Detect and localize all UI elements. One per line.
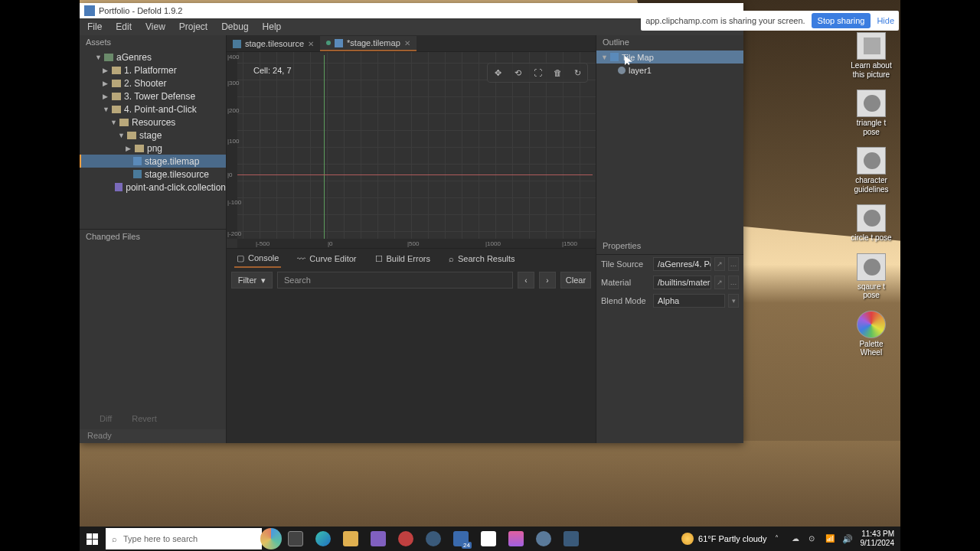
app-icon-paint[interactable]	[475, 527, 502, 551]
task-view-icon[interactable]	[282, 527, 309, 551]
tree-file-tilemap[interactable]: stage.tilemap	[80, 155, 226, 168]
search-highlights-icon[interactable]	[260, 528, 282, 549]
tab-search-results[interactable]: ⌕Search Results	[446, 251, 518, 266]
refresh-tool-icon[interactable]: ↻	[572, 67, 583, 78]
desktop-icon-char[interactable]: character guidelines	[850, 147, 893, 194]
close-tab-icon[interactable]: ✕	[308, 40, 314, 48]
desktop-icon-triangle[interactable]: triangle t pose	[850, 90, 893, 136]
menu-view[interactable]: View	[145, 21, 165, 32]
menu-edit[interactable]: Edit	[116, 21, 132, 32]
scene-viewport[interactable]: |400 |300 |200 |100 |0 |-100 |-200 |-500…	[227, 52, 596, 248]
editor-tab-bar: stage.tilesource✕ *stage.tilemap✕	[227, 35, 596, 52]
desktop-icon-circle[interactable]: circle t pose	[850, 204, 893, 243]
tree-folder[interactable]: ▶png	[80, 142, 226, 155]
outline-header: Outline	[596, 35, 743, 51]
chevron-up-icon[interactable]: ˄	[775, 534, 784, 543]
app-icon-gear[interactable]	[530, 527, 557, 551]
onedrive-iconRicon[interactable]: ☁	[792, 534, 801, 543]
search-icon: ⌕	[449, 254, 454, 263]
desktop-icon-square[interactable]: sqaure t pose	[850, 253, 893, 300]
ruler-horizontal: |-500 |0 |500 |1000 |1500	[237, 239, 596, 248]
status-bar: Ready	[80, 429, 226, 443]
browse-icon[interactable]: …	[728, 276, 739, 289]
next-result-button[interactable]: ›	[539, 272, 556, 289]
prop-material: Material /builtins/materials ↗ …	[596, 273, 743, 292]
menu-debug[interactable]: Debug	[221, 21, 248, 32]
browse-icon[interactable]: …	[728, 257, 739, 271]
chevron-down-icon[interactable]: ▾	[728, 294, 739, 308]
app-icon-red[interactable]	[392, 527, 420, 551]
desktop-icon-learn[interactable]: Learn about this picture	[850, 32, 893, 79]
goto-icon[interactable]: ↗	[714, 257, 725, 271]
meet icicicon now-icon[interactable]: ⊙	[808, 534, 818, 543]
revert-button[interactable]: Revert	[126, 412, 162, 425]
tilemap-node-icon	[610, 53, 619, 61]
weather-icon	[681, 533, 694, 545]
tree-root[interactable]: ▼aGenres	[80, 51, 226, 64]
tab-tilesource[interactable]: stage.tilesource✕	[227, 36, 320, 51]
erase-tool-icon[interactable]: 🗑	[552, 67, 563, 78]
material-field[interactable]: /builtins/materials	[653, 276, 711, 289]
clock[interactable]: 11:43 PM9/11/2024	[861, 530, 895, 548]
changed-files-header: Changed Files	[80, 230, 226, 245]
tile-source-field[interactable]: /aGenres/4. Point-a	[653, 257, 711, 271]
hide-sharing-link[interactable]: Hide	[877, 16, 894, 25]
tree-file-tilesource[interactable]: stage.tilesource	[80, 168, 226, 181]
volume volume icon-icon[interactable]: 🔊	[842, 534, 853, 544]
diff-button[interactable]: Diff	[93, 412, 118, 425]
properties-header: Properties	[596, 239, 743, 254]
outline-layer[interactable]: layer1	[596, 64, 743, 77]
rotate-tool-icon[interactable]: ⟲	[512, 67, 523, 78]
blend-mode-select[interactable]: Alpha	[653, 294, 725, 308]
console-tab-bar: ▢Console 〰Curve Editor ☐Build Errors ⌕Se…	[227, 249, 596, 269]
close-tab-icon[interactable]: ✕	[404, 39, 410, 47]
console-search-input[interactable]: Search	[277, 272, 513, 289]
tab-console[interactable]: ▢Console	[234, 250, 281, 268]
wordpress-icon[interactable]	[420, 527, 447, 551]
checkbox-icon: ☐	[375, 254, 383, 264]
tree-folder[interactable]: ▶2. Shooter	[80, 77, 226, 90]
tree-folder[interactable]: ▶3. Tower Defense	[80, 90, 226, 103]
calendar-icon[interactable]: 24	[447, 527, 475, 551]
console-controls: Filter▾ Search ‹ › Clear	[227, 269, 596, 292]
tree-folder[interactable]: ▼4. Point-and-Click	[80, 103, 226, 116]
scale-tool-icon[interactable]: ⛶	[532, 67, 543, 78]
menu-project[interactable]: Project	[179, 21, 207, 32]
desktop-icon-palette[interactable]: Palette Wheel	[850, 311, 893, 357]
tree-folder[interactable]: ▶1. Platformer	[80, 64, 226, 77]
move-tool-icon[interactable]: ✥	[492, 67, 503, 78]
stop-sharing-button[interactable]: Stop sharing	[812, 13, 871, 28]
viewport-toolbar: ✥ ⟲ ⛶ 🗑 ↻	[487, 63, 588, 83]
outline-tilemap[interactable]: ▼Tile Map	[596, 51, 743, 64]
prev-result-button[interactable]: ‹	[518, 272, 534, 289]
tab-tilemap[interactable]: *stage.tilemap✕	[320, 36, 416, 51]
start-button[interactable]	[80, 527, 104, 551]
goto-icon[interactable]: ↗	[714, 276, 725, 289]
tab-build-errors[interactable]: ☐Build Errors	[373, 251, 433, 267]
menu-help[interactable]: Help	[263, 21, 282, 32]
center-panel: stage.tilesource✕ *stage.tilemap✕ |400 |…	[227, 35, 596, 443]
layer-icon	[618, 67, 626, 74]
tree-folder[interactable]: ▼Resources	[80, 116, 226, 129]
outline-tree[interactable]: ▼Tile Map layer1	[596, 51, 743, 239]
file-explorer-icon[interactable]	[337, 527, 364, 551]
edge-icon[interactable]	[309, 527, 337, 551]
filter-button[interactable]: Filter▾	[231, 272, 273, 289]
defold-window: Portfolio - Defold 1.9.2 File Edit View …	[80, 3, 743, 443]
clear-button[interactable]: Clear	[560, 272, 591, 289]
app-icon-pink[interactable]	[502, 527, 530, 551]
tree-file-collection[interactable]: point-and-click.collection	[80, 181, 226, 194]
tree-folder[interactable]: ▼stage	[80, 129, 226, 142]
changed-files-panel: Changed Files	[80, 229, 226, 408]
asset-tree[interactable]: ▼aGenres ▶1. Platformer ▶2. Shooter ▶3. …	[80, 51, 226, 229]
search-icon: ⌕	[112, 534, 117, 543]
taskbar-search[interactable]: ⌕Type here to search	[106, 528, 262, 549]
console-icon: ▢	[237, 253, 244, 263]
tab-curve-editor[interactable]: 〰Curve Editor	[295, 251, 358, 266]
prop-tile-source: Tile Source /aGenres/4. Point-a ↗ …	[596, 255, 743, 273]
assets-panel: Assets ▼aGenres ▶1. Platformer ▶2. Shoot…	[80, 35, 227, 443]
weather-widget[interactable]: 61°F Partly cloudy	[681, 533, 766, 545]
app-icon-purple[interactable]	[364, 527, 392, 551]
menu-file[interactable]: File	[87, 21, 102, 32]
app-icon-defold[interactable]	[557, 527, 585, 551]
